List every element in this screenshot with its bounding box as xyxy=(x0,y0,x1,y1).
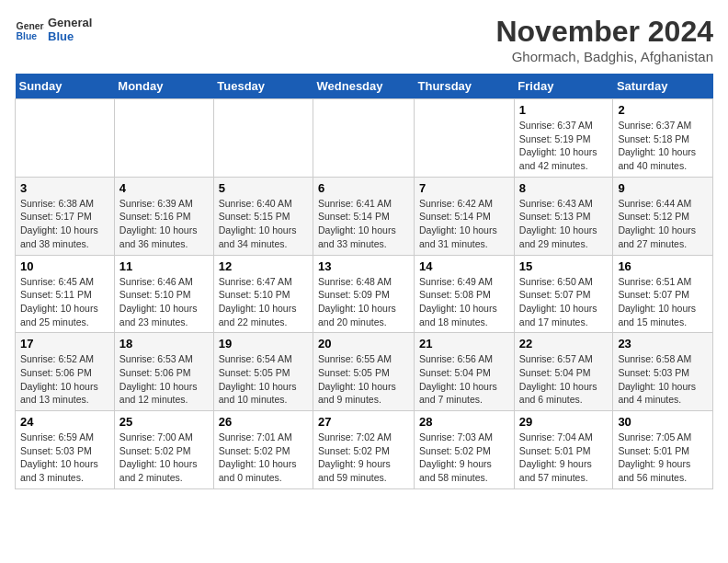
day-detail: Sunrise: 7:01 AM Sunset: 5:02 PM Dayligh… xyxy=(219,431,308,485)
calendar-cell xyxy=(213,99,313,178)
day-number: 24 xyxy=(20,415,109,429)
day-number: 1 xyxy=(519,103,609,117)
day-number: 8 xyxy=(519,181,609,195)
day-number: 13 xyxy=(318,259,409,273)
calendar-cell: 21Sunrise: 6:56 AM Sunset: 5:04 PM Dayli… xyxy=(415,333,515,411)
svg-text:Blue: Blue xyxy=(17,31,38,41)
day-detail: Sunrise: 6:38 AM Sunset: 5:17 PM Dayligh… xyxy=(20,197,109,251)
day-detail: Sunrise: 6:48 AM Sunset: 5:09 PM Dayligh… xyxy=(318,275,409,329)
day-number: 7 xyxy=(419,181,509,195)
weekday-header-monday: Monday xyxy=(114,74,213,99)
day-number: 5 xyxy=(219,181,308,195)
day-detail: Sunrise: 6:41 AM Sunset: 5:14 PM Dayligh… xyxy=(318,197,409,251)
weekday-header-sunday: Sunday xyxy=(16,74,115,99)
calendar-cell: 16Sunrise: 6:51 AM Sunset: 5:07 PM Dayli… xyxy=(613,255,713,333)
logo: General Blue General Blue xyxy=(15,15,92,44)
day-detail: Sunrise: 6:55 AM Sunset: 5:05 PM Dayligh… xyxy=(318,352,409,407)
day-detail: Sunrise: 7:03 AM Sunset: 5:02 PM Dayligh… xyxy=(419,431,509,485)
day-detail: Sunrise: 6:45 AM Sunset: 5:11 PM Dayligh… xyxy=(20,275,109,329)
calendar-cell: 20Sunrise: 6:55 AM Sunset: 5:05 PM Dayli… xyxy=(313,333,415,411)
calendar-cell: 6Sunrise: 6:41 AM Sunset: 5:14 PM Daylig… xyxy=(313,177,415,255)
calendar-cell: 18Sunrise: 6:53 AM Sunset: 5:06 PM Dayli… xyxy=(114,333,213,411)
day-detail: Sunrise: 7:04 AM Sunset: 5:01 PM Dayligh… xyxy=(519,431,609,485)
calendar-cell: 25Sunrise: 7:00 AM Sunset: 5:02 PM Dayli… xyxy=(114,411,213,489)
day-number: 15 xyxy=(519,259,609,273)
calendar-cell: 7Sunrise: 6:42 AM Sunset: 5:14 PM Daylig… xyxy=(415,177,515,255)
calendar-cell: 17Sunrise: 6:52 AM Sunset: 5:06 PM Dayli… xyxy=(16,333,115,411)
calendar-cell xyxy=(415,99,515,178)
day-number: 10 xyxy=(20,259,109,273)
calendar-cell: 5Sunrise: 6:40 AM Sunset: 5:15 PM Daylig… xyxy=(213,177,313,255)
day-detail: Sunrise: 6:49 AM Sunset: 5:08 PM Dayligh… xyxy=(419,275,509,329)
calendar-cell: 10Sunrise: 6:45 AM Sunset: 5:11 PM Dayli… xyxy=(16,255,115,333)
calendar-cell: 26Sunrise: 7:01 AM Sunset: 5:02 PM Dayli… xyxy=(213,411,313,489)
calendar-cell: 22Sunrise: 6:57 AM Sunset: 5:04 PM Dayli… xyxy=(514,333,613,411)
day-detail: Sunrise: 6:43 AM Sunset: 5:13 PM Dayligh… xyxy=(519,197,609,251)
calendar-cell: 13Sunrise: 6:48 AM Sunset: 5:09 PM Dayli… xyxy=(313,255,415,333)
day-detail: Sunrise: 6:39 AM Sunset: 5:16 PM Dayligh… xyxy=(119,197,209,251)
calendar-cell: 9Sunrise: 6:44 AM Sunset: 5:12 PM Daylig… xyxy=(613,177,713,255)
calendar-cell: 28Sunrise: 7:03 AM Sunset: 5:02 PM Dayli… xyxy=(415,411,515,489)
day-number: 27 xyxy=(318,415,409,429)
day-detail: Sunrise: 6:58 AM Sunset: 5:03 PM Dayligh… xyxy=(618,352,708,407)
day-detail: Sunrise: 6:54 AM Sunset: 5:05 PM Dayligh… xyxy=(219,352,308,407)
calendar-cell xyxy=(114,99,213,178)
day-detail: Sunrise: 6:47 AM Sunset: 5:10 PM Dayligh… xyxy=(219,275,308,329)
location-subtitle: Ghormach, Badghis, Afghanistan xyxy=(495,49,713,64)
calendar-cell: 30Sunrise: 7:05 AM Sunset: 5:01 PM Dayli… xyxy=(613,411,713,489)
day-detail: Sunrise: 6:51 AM Sunset: 5:07 PM Dayligh… xyxy=(618,275,708,329)
day-detail: Sunrise: 6:37 AM Sunset: 5:19 PM Dayligh… xyxy=(519,119,609,173)
calendar-cell: 11Sunrise: 6:46 AM Sunset: 5:10 PM Dayli… xyxy=(114,255,213,333)
day-number: 28 xyxy=(419,415,509,429)
day-number: 20 xyxy=(318,337,409,350)
weekday-header-friday: Friday xyxy=(514,74,613,99)
day-number: 18 xyxy=(119,337,209,350)
day-number: 6 xyxy=(318,181,409,195)
month-title: November 2024 xyxy=(495,15,713,49)
day-detail: Sunrise: 7:00 AM Sunset: 5:02 PM Dayligh… xyxy=(119,431,209,485)
day-detail: Sunrise: 6:50 AM Sunset: 5:07 PM Dayligh… xyxy=(519,275,609,329)
day-number: 11 xyxy=(119,259,209,273)
day-number: 25 xyxy=(119,415,209,429)
calendar-cell: 15Sunrise: 6:50 AM Sunset: 5:07 PM Dayli… xyxy=(514,255,613,333)
header: General Blue General Blue November 2024 … xyxy=(15,15,713,64)
day-detail: Sunrise: 7:02 AM Sunset: 5:02 PM Dayligh… xyxy=(318,431,409,485)
day-number: 19 xyxy=(219,337,308,350)
weekday-header-thursday: Thursday xyxy=(415,74,515,99)
calendar-cell: 4Sunrise: 6:39 AM Sunset: 5:16 PM Daylig… xyxy=(114,177,213,255)
calendar-week-3: 10Sunrise: 6:45 AM Sunset: 5:11 PM Dayli… xyxy=(16,255,713,333)
day-number: 30 xyxy=(618,415,708,429)
calendar-cell xyxy=(16,99,115,178)
logo-line2: Blue xyxy=(48,29,92,43)
calendar-cell: 27Sunrise: 7:02 AM Sunset: 5:02 PM Dayli… xyxy=(313,411,415,489)
day-detail: Sunrise: 6:42 AM Sunset: 5:14 PM Dayligh… xyxy=(419,197,509,251)
day-number: 26 xyxy=(219,415,308,429)
day-detail: Sunrise: 6:53 AM Sunset: 5:06 PM Dayligh… xyxy=(119,352,209,407)
calendar-cell: 29Sunrise: 7:04 AM Sunset: 5:01 PM Dayli… xyxy=(514,411,613,489)
day-detail: Sunrise: 6:57 AM Sunset: 5:04 PM Dayligh… xyxy=(519,352,609,407)
day-number: 9 xyxy=(618,181,708,195)
day-number: 21 xyxy=(419,337,509,350)
calendar-week-4: 17Sunrise: 6:52 AM Sunset: 5:06 PM Dayli… xyxy=(16,333,713,411)
day-detail: Sunrise: 6:56 AM Sunset: 5:04 PM Dayligh… xyxy=(419,352,509,407)
calendar-cell: 19Sunrise: 6:54 AM Sunset: 5:05 PM Dayli… xyxy=(213,333,313,411)
day-number: 16 xyxy=(618,259,708,273)
calendar-cell: 8Sunrise: 6:43 AM Sunset: 5:13 PM Daylig… xyxy=(514,177,613,255)
day-detail: Sunrise: 6:37 AM Sunset: 5:18 PM Dayligh… xyxy=(618,119,708,173)
calendar-cell xyxy=(313,99,415,178)
weekday-header-tuesday: Tuesday xyxy=(213,74,313,99)
calendar-table: SundayMondayTuesdayWednesdayThursdayFrid… xyxy=(15,74,713,489)
day-number: 23 xyxy=(618,337,708,350)
day-number: 4 xyxy=(119,181,209,195)
logo-line1: General xyxy=(48,16,92,29)
day-number: 22 xyxy=(519,337,609,350)
calendar-cell: 14Sunrise: 6:49 AM Sunset: 5:08 PM Dayli… xyxy=(415,255,515,333)
svg-text:General: General xyxy=(17,21,44,31)
day-detail: Sunrise: 6:40 AM Sunset: 5:15 PM Dayligh… xyxy=(219,197,308,251)
day-detail: Sunrise: 6:46 AM Sunset: 5:10 PM Dayligh… xyxy=(119,275,209,329)
calendar-cell: 1Sunrise: 6:37 AM Sunset: 5:19 PM Daylig… xyxy=(514,99,613,178)
day-number: 17 xyxy=(20,337,109,350)
title-area: November 2024 Ghormach, Badghis, Afghani… xyxy=(495,15,713,64)
calendar-cell: 24Sunrise: 6:59 AM Sunset: 5:03 PM Dayli… xyxy=(16,411,115,489)
calendar-week-5: 24Sunrise: 6:59 AM Sunset: 5:03 PM Dayli… xyxy=(16,411,713,489)
